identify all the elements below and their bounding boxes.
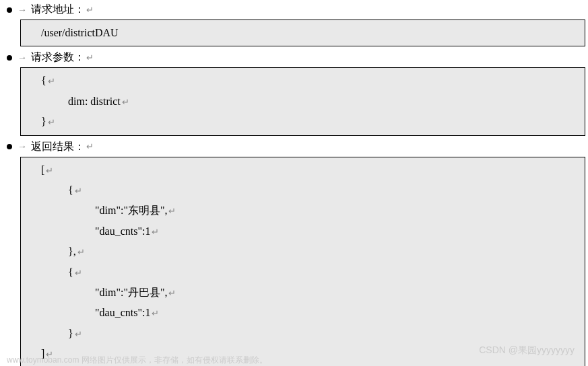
bullet-icon [7, 55, 12, 61]
watermark-left: www.toymoban.com 网络图片仅供展示，非存储，如有侵权请联系删除。 [7, 355, 267, 366]
code-line: {↵ [21, 262, 585, 283]
code-line: "dau_cnts":1↵ [21, 303, 585, 323]
section-header: →请求地址：↵ [0, 0, 588, 20]
code-text: } [68, 328, 73, 339]
code-text: "dau_cnts":1 [95, 225, 150, 237]
code-text: "dau_cnts":1 [95, 307, 150, 318]
paragraph-mark-icon: ↵ [86, 141, 94, 152]
code-text: "dim":"丹巴县", [95, 287, 167, 298]
paragraph-mark-icon: ↵ [77, 247, 85, 257]
code-text: "dim":"东明县", [95, 205, 167, 216]
code-line: },↵ [21, 242, 585, 262]
paragraph-mark-icon: ↵ [75, 268, 82, 278]
code-line: "dau_cnts":1↵ [21, 221, 585, 242]
code-line: "dim":"东明县",↵ [21, 200, 585, 221]
doc-section: →返回结果：↵[↵{↵"dim":"东明县",↵"dau_cnts":1↵},↵… [0, 137, 588, 366]
paragraph-mark-icon: ↵ [75, 186, 82, 196]
content-box: {↵dim: district↵}↵ [20, 67, 585, 135]
code-text: } [41, 116, 46, 127]
code-text: dim: district [68, 96, 121, 107]
paragraph-mark-icon: ↵ [75, 329, 82, 339]
code-line: {↵ [21, 71, 585, 91]
arrow-icon: → [18, 5, 27, 15]
code-line: /user/districtDAU [21, 23, 585, 43]
code-line: "dim":"丹巴县",↵ [21, 283, 585, 303]
paragraph-mark-icon: ↵ [168, 206, 176, 216]
paragraph-mark-icon: ↵ [48, 117, 55, 127]
code-line: [↵ [21, 160, 585, 180]
code-text: { [68, 266, 73, 278]
code-line: dim: district↵ [21, 92, 585, 112]
paragraph-mark-icon: ↵ [86, 52, 94, 63]
paragraph-mark-icon: ↵ [86, 5, 94, 15]
bullet-icon [7, 7, 12, 13]
section-title: 请求参数： [31, 50, 85, 65]
paragraph-mark-icon: ↵ [46, 166, 53, 176]
code-text: [ [41, 164, 44, 176]
code-text: { [41, 75, 46, 86]
watermark-right: CSDN @果园yyyyyyyy [479, 344, 575, 357]
doc-section: →请求参数：↵{↵dim: district↵}↵ [0, 48, 588, 135]
code-line: }↵ [21, 112, 585, 132]
code-text: { [68, 184, 73, 196]
section-header: →返回结果：↵ [0, 137, 588, 157]
section-title: 请求地址： [31, 3, 85, 17]
arrow-icon: → [18, 141, 27, 152]
paragraph-mark-icon: ↵ [48, 76, 55, 86]
paragraph-mark-icon: ↵ [152, 308, 159, 318]
bullet-icon [7, 144, 12, 149]
doc-section: →请求地址：↵/user/districtDAU [0, 0, 588, 46]
paragraph-mark-icon: ↵ [122, 97, 129, 107]
content-box: [↵{↵"dim":"东明县",↵"dau_cnts":1↵},↵{↵"dim"… [20, 157, 585, 366]
code-text: /user/districtDAU [41, 27, 119, 38]
section-header: →请求参数：↵ [0, 48, 588, 67]
section-title: 返回结果： [31, 140, 85, 154]
paragraph-mark-icon: ↵ [152, 227, 159, 237]
code-text: }, [68, 246, 76, 257]
code-line: {↵ [21, 180, 585, 200]
code-line: }↵ [21, 324, 585, 344]
content-box: /user/districtDAU [20, 20, 585, 46]
paragraph-mark-icon: ↵ [168, 288, 176, 298]
arrow-icon: → [18, 52, 27, 63]
